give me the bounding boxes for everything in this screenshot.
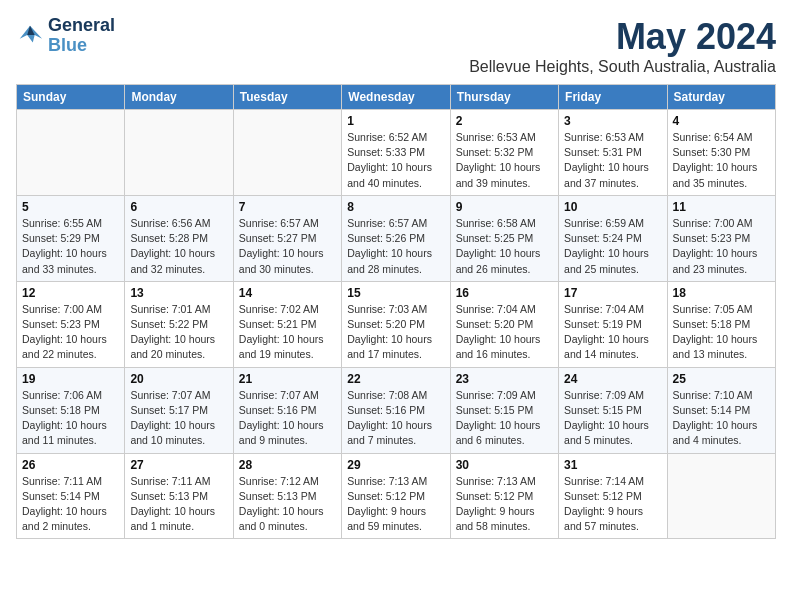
- calendar-cell: [667, 453, 775, 539]
- calendar-cell: 24Sunrise: 7:09 AMSunset: 5:15 PMDayligh…: [559, 367, 667, 453]
- calendar-cell: 15Sunrise: 7:03 AMSunset: 5:20 PMDayligh…: [342, 281, 450, 367]
- calendar-cell: 9Sunrise: 6:58 AMSunset: 5:25 PMDaylight…: [450, 195, 558, 281]
- day-info: Sunrise: 7:11 AMSunset: 5:14 PMDaylight:…: [22, 474, 119, 535]
- calendar-cell: 11Sunrise: 7:00 AMSunset: 5:23 PMDayligh…: [667, 195, 775, 281]
- logo-text-line2: Blue: [48, 36, 115, 56]
- calendar-cell: [17, 110, 125, 196]
- day-number: 28: [239, 458, 336, 472]
- day-number: 13: [130, 286, 227, 300]
- day-info: Sunrise: 6:55 AMSunset: 5:29 PMDaylight:…: [22, 216, 119, 277]
- calendar-cell: [125, 110, 233, 196]
- calendar-cell: 30Sunrise: 7:13 AMSunset: 5:12 PMDayligh…: [450, 453, 558, 539]
- day-info: Sunrise: 7:07 AMSunset: 5:17 PMDaylight:…: [130, 388, 227, 449]
- day-info: Sunrise: 7:06 AMSunset: 5:18 PMDaylight:…: [22, 388, 119, 449]
- day-number: 3: [564, 114, 661, 128]
- day-info: Sunrise: 7:10 AMSunset: 5:14 PMDaylight:…: [673, 388, 770, 449]
- calendar-table: SundayMondayTuesdayWednesdayThursdayFrid…: [16, 84, 776, 539]
- calendar-header-row: SundayMondayTuesdayWednesdayThursdayFrid…: [17, 85, 776, 110]
- calendar-cell: 26Sunrise: 7:11 AMSunset: 5:14 PMDayligh…: [17, 453, 125, 539]
- calendar-cell: 13Sunrise: 7:01 AMSunset: 5:22 PMDayligh…: [125, 281, 233, 367]
- day-info: Sunrise: 6:57 AMSunset: 5:26 PMDaylight:…: [347, 216, 444, 277]
- weekday-header: Friday: [559, 85, 667, 110]
- day-info: Sunrise: 7:03 AMSunset: 5:20 PMDaylight:…: [347, 302, 444, 363]
- calendar-cell: 20Sunrise: 7:07 AMSunset: 5:17 PMDayligh…: [125, 367, 233, 453]
- day-number: 9: [456, 200, 553, 214]
- calendar-cell: 5Sunrise: 6:55 AMSunset: 5:29 PMDaylight…: [17, 195, 125, 281]
- calendar-cell: 18Sunrise: 7:05 AMSunset: 5:18 PMDayligh…: [667, 281, 775, 367]
- calendar-cell: 29Sunrise: 7:13 AMSunset: 5:12 PMDayligh…: [342, 453, 450, 539]
- month-title: May 2024: [469, 16, 776, 58]
- day-number: 4: [673, 114, 770, 128]
- day-number: 26: [22, 458, 119, 472]
- day-number: 20: [130, 372, 227, 386]
- day-number: 5: [22, 200, 119, 214]
- calendar-cell: 3Sunrise: 6:53 AMSunset: 5:31 PMDaylight…: [559, 110, 667, 196]
- day-number: 31: [564, 458, 661, 472]
- calendar-cell: 23Sunrise: 7:09 AMSunset: 5:15 PMDayligh…: [450, 367, 558, 453]
- day-info: Sunrise: 7:04 AMSunset: 5:20 PMDaylight:…: [456, 302, 553, 363]
- day-number: 15: [347, 286, 444, 300]
- day-number: 2: [456, 114, 553, 128]
- day-info: Sunrise: 6:57 AMSunset: 5:27 PMDaylight:…: [239, 216, 336, 277]
- day-info: Sunrise: 7:13 AMSunset: 5:12 PMDaylight:…: [456, 474, 553, 535]
- calendar-cell: 19Sunrise: 7:06 AMSunset: 5:18 PMDayligh…: [17, 367, 125, 453]
- day-info: Sunrise: 7:07 AMSunset: 5:16 PMDaylight:…: [239, 388, 336, 449]
- day-info: Sunrise: 6:53 AMSunset: 5:32 PMDaylight:…: [456, 130, 553, 191]
- calendar-cell: 4Sunrise: 6:54 AMSunset: 5:30 PMDaylight…: [667, 110, 775, 196]
- calendar-cell: 21Sunrise: 7:07 AMSunset: 5:16 PMDayligh…: [233, 367, 341, 453]
- day-info: Sunrise: 7:09 AMSunset: 5:15 PMDaylight:…: [564, 388, 661, 449]
- weekday-header: Monday: [125, 85, 233, 110]
- day-number: 7: [239, 200, 336, 214]
- calendar-cell: 16Sunrise: 7:04 AMSunset: 5:20 PMDayligh…: [450, 281, 558, 367]
- calendar-cell: 7Sunrise: 6:57 AMSunset: 5:27 PMDaylight…: [233, 195, 341, 281]
- day-number: 29: [347, 458, 444, 472]
- logo: General Blue: [16, 16, 115, 56]
- day-info: Sunrise: 6:58 AMSunset: 5:25 PMDaylight:…: [456, 216, 553, 277]
- day-info: Sunrise: 6:53 AMSunset: 5:31 PMDaylight:…: [564, 130, 661, 191]
- calendar-cell: 2Sunrise: 6:53 AMSunset: 5:32 PMDaylight…: [450, 110, 558, 196]
- calendar-cell: [233, 110, 341, 196]
- day-number: 14: [239, 286, 336, 300]
- calendar-cell: 12Sunrise: 7:00 AMSunset: 5:23 PMDayligh…: [17, 281, 125, 367]
- day-number: 23: [456, 372, 553, 386]
- calendar-week-row: 5Sunrise: 6:55 AMSunset: 5:29 PMDaylight…: [17, 195, 776, 281]
- calendar-cell: 14Sunrise: 7:02 AMSunset: 5:21 PMDayligh…: [233, 281, 341, 367]
- day-number: 24: [564, 372, 661, 386]
- calendar-cell: 25Sunrise: 7:10 AMSunset: 5:14 PMDayligh…: [667, 367, 775, 453]
- day-number: 8: [347, 200, 444, 214]
- day-info: Sunrise: 7:12 AMSunset: 5:13 PMDaylight:…: [239, 474, 336, 535]
- day-info: Sunrise: 7:00 AMSunset: 5:23 PMDaylight:…: [22, 302, 119, 363]
- logo-icon: [16, 22, 44, 50]
- day-number: 11: [673, 200, 770, 214]
- day-number: 25: [673, 372, 770, 386]
- day-info: Sunrise: 7:11 AMSunset: 5:13 PMDaylight:…: [130, 474, 227, 535]
- day-info: Sunrise: 7:02 AMSunset: 5:21 PMDaylight:…: [239, 302, 336, 363]
- calendar-cell: 31Sunrise: 7:14 AMSunset: 5:12 PMDayligh…: [559, 453, 667, 539]
- day-info: Sunrise: 7:14 AMSunset: 5:12 PMDaylight:…: [564, 474, 661, 535]
- calendar-week-row: 12Sunrise: 7:00 AMSunset: 5:23 PMDayligh…: [17, 281, 776, 367]
- day-number: 10: [564, 200, 661, 214]
- day-number: 17: [564, 286, 661, 300]
- calendar-week-row: 19Sunrise: 7:06 AMSunset: 5:18 PMDayligh…: [17, 367, 776, 453]
- day-info: Sunrise: 6:52 AMSunset: 5:33 PMDaylight:…: [347, 130, 444, 191]
- day-info: Sunrise: 6:54 AMSunset: 5:30 PMDaylight:…: [673, 130, 770, 191]
- weekday-header: Saturday: [667, 85, 775, 110]
- weekday-header: Sunday: [17, 85, 125, 110]
- day-number: 30: [456, 458, 553, 472]
- day-info: Sunrise: 7:04 AMSunset: 5:19 PMDaylight:…: [564, 302, 661, 363]
- calendar-cell: 27Sunrise: 7:11 AMSunset: 5:13 PMDayligh…: [125, 453, 233, 539]
- title-block: May 2024 Bellevue Heights, South Austral…: [469, 16, 776, 76]
- location-title: Bellevue Heights, South Australia, Austr…: [469, 58, 776, 76]
- day-info: Sunrise: 7:00 AMSunset: 5:23 PMDaylight:…: [673, 216, 770, 277]
- day-number: 6: [130, 200, 227, 214]
- weekday-header: Wednesday: [342, 85, 450, 110]
- day-number: 12: [22, 286, 119, 300]
- calendar-cell: 28Sunrise: 7:12 AMSunset: 5:13 PMDayligh…: [233, 453, 341, 539]
- day-number: 27: [130, 458, 227, 472]
- calendar-week-row: 26Sunrise: 7:11 AMSunset: 5:14 PMDayligh…: [17, 453, 776, 539]
- day-info: Sunrise: 7:01 AMSunset: 5:22 PMDaylight:…: [130, 302, 227, 363]
- day-number: 18: [673, 286, 770, 300]
- calendar-cell: 10Sunrise: 6:59 AMSunset: 5:24 PMDayligh…: [559, 195, 667, 281]
- page-header: General Blue May 2024 Bellevue Heights, …: [16, 16, 776, 76]
- day-info: Sunrise: 7:08 AMSunset: 5:16 PMDaylight:…: [347, 388, 444, 449]
